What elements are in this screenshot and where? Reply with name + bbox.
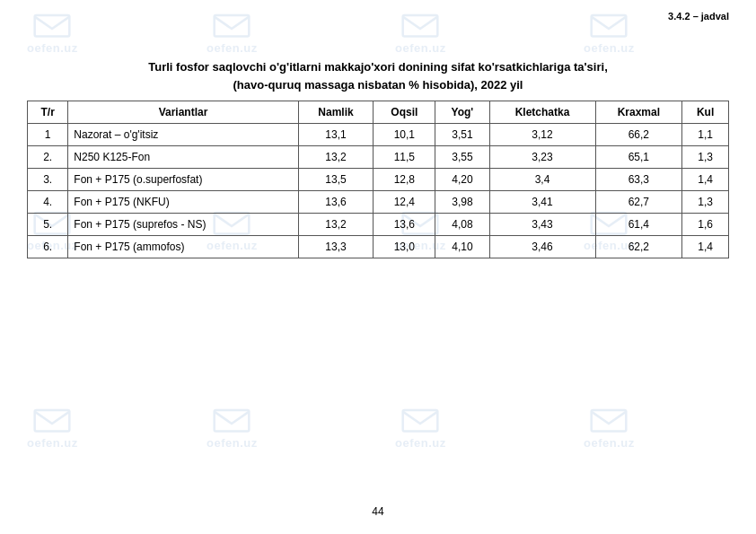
cell-namlik: 13,2 (298, 145, 374, 168)
cell-namlik: 13,6 (298, 190, 374, 213)
cell-oqsil: 13,0 (374, 235, 435, 258)
cell-kletchatka: 3,43 (489, 213, 595, 235)
cell-variant: Nazorat – o'g'itsiz (68, 123, 298, 145)
header-tr: T/r (28, 101, 68, 123)
cell-num: 2. (28, 145, 68, 168)
cell-kul: 1,1 (682, 123, 729, 145)
cell-oqsil: 11,5 (374, 145, 435, 168)
cell-kletchatka: 3,41 (489, 190, 595, 213)
cell-num: 1 (28, 123, 68, 145)
cell-kletchatka: 3,46 (489, 235, 595, 258)
table-row: 5.Fon + P175 (suprefos - NS)13,213,64,08… (28, 213, 729, 235)
cell-kraxmal: 61,4 (595, 213, 682, 235)
cell-oqsil: 13,6 (374, 213, 435, 235)
table-title-line2: (havo-quruq massaga nisbatan % hisobida)… (27, 78, 729, 92)
svg-rect-9 (215, 410, 250, 432)
table-title-line1: Turli fosfor saqlovchi o'g'itlarni makka… (27, 58, 729, 76)
cell-kletchatka: 3,4 (489, 168, 595, 190)
cell-kletchatka: 3,12 (489, 123, 595, 145)
page-number: 44 (372, 505, 383, 518)
cell-namlik: 13,3 (298, 235, 374, 258)
cell-kraxmal: 65,1 (595, 145, 682, 168)
header-kletchatka: Kletchatka (489, 101, 595, 123)
cell-variant: Fon + P175 (ammofos) (68, 235, 298, 258)
cell-kraxmal: 63,3 (595, 168, 682, 190)
cell-kul: 1,4 (682, 235, 729, 258)
cell-kul: 1,6 (682, 213, 729, 235)
cell-kraxmal: 66,2 (595, 123, 682, 145)
cell-num: 5. (28, 213, 68, 235)
svg-rect-11 (592, 410, 627, 432)
svg-rect-8 (35, 410, 70, 432)
header-yog: Yog' (435, 101, 489, 123)
cell-kraxmal: 62,7 (595, 190, 682, 213)
table-row: 2.N250 K125-Fon13,211,53,553,2365,11,3 (28, 145, 729, 168)
cell-num: 4. (28, 190, 68, 213)
cell-kul: 1,3 (682, 190, 729, 213)
header-kul: Kul (682, 101, 729, 123)
cell-oqsil: 10,1 (374, 123, 435, 145)
cell-kul: 1,3 (682, 145, 729, 168)
header-oqsil: Oqsil (374, 101, 435, 123)
cell-kul: 1,4 (682, 168, 729, 190)
header-namlik: Namlik (298, 101, 374, 123)
table-row: 3.Fon + P175 (o.superfosfat)13,512,84,20… (28, 168, 729, 190)
table-row: 4.Fon + P175 (NKFU)13,612,43,983,4162,71… (28, 190, 729, 213)
cell-yog: 3,55 (435, 145, 489, 168)
cell-oqsil: 12,8 (374, 168, 435, 190)
cell-yog: 4,10 (435, 235, 489, 258)
cell-num: 6. (28, 235, 68, 258)
cell-oqsil: 12,4 (374, 190, 435, 213)
cell-variant: Fon + P175 (suprefos - NS) (68, 213, 298, 235)
cell-variant: N250 K125-Fon (68, 145, 298, 168)
cell-namlik: 13,5 (298, 168, 374, 190)
table-row: 6.Fon + P175 (ammofos)13,313,04,103,4662… (28, 235, 729, 258)
cell-yog: 3,51 (435, 123, 489, 145)
cell-num: 3. (28, 168, 68, 190)
cell-kraxmal: 62,2 (595, 235, 682, 258)
cell-variant: Fon + P175 (o.superfosfat) (68, 168, 298, 190)
section-label: 3.4.2 – jadval (668, 11, 729, 22)
cell-yog: 4,20 (435, 168, 489, 190)
cell-kletchatka: 3,23 (489, 145, 595, 168)
svg-rect-10 (403, 410, 438, 432)
cell-namlik: 13,2 (298, 213, 374, 235)
cell-namlik: 13,1 (298, 123, 374, 145)
table-header-row: T/r Variantlar Namlik Oqsil Yog' Kletcha… (28, 101, 729, 123)
header-kraxmal: Kraxmal (595, 101, 682, 123)
table-row: 1Nazorat – o'g'itsiz13,110,13,513,1266,2… (28, 123, 729, 145)
header-variantlar: Variantlar (68, 101, 298, 123)
data-table: T/r Variantlar Namlik Oqsil Yog' Kletcha… (27, 101, 729, 258)
cell-yog: 3,98 (435, 190, 489, 213)
main-content: Turli fosfor saqlovchi o'g'itlarni makka… (0, 0, 756, 267)
cell-yog: 4,08 (435, 213, 489, 235)
cell-variant: Fon + P175 (NKFU) (68, 190, 298, 213)
